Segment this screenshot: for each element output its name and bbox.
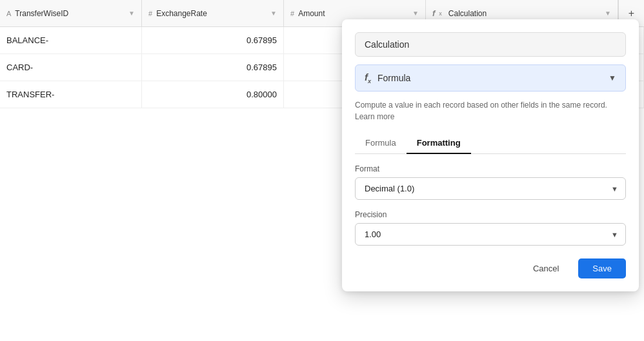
formula-type-selector[interactable]: fx Formula ▼ (355, 64, 626, 92)
cell-exchangerate-1: 0.67895 (142, 27, 284, 54)
precision-select[interactable]: 1.00 0.1 0.01 0.001 (355, 223, 626, 246)
popup-footer: Cancel Save (355, 258, 626, 278)
number-icon: # (148, 10, 152, 17)
formula-icon-header: f (432, 8, 435, 18)
precision-label: Precision (355, 210, 626, 219)
col-calculation-label: Calculation (448, 9, 487, 18)
precision-select-wrapper: 1.00 0.1 0.01 0.001 ▼ (355, 223, 626, 246)
sort-arrow-transferwise: ▼ (128, 10, 135, 17)
col-exchangerate-label: ExchangeRate (156, 9, 207, 18)
tabs-bar: Formula Formatting (355, 133, 626, 154)
tab-formatting[interactable]: Formatting (407, 133, 471, 154)
format-section: Format Decimal (1.0) Integer (1) Percent… (355, 164, 626, 200)
col-header-exchangerate[interactable]: # ExchangeRate ▼ (142, 0, 284, 26)
cell-exchangerate-2: 0.67895 (142, 54, 284, 81)
chevron-down-icon: ▼ (609, 73, 616, 83)
cell-transferwise-1: BALANCE- (0, 27, 142, 54)
sort-arrow-amount: ▼ (412, 10, 419, 17)
col-amount-label: Amount (298, 9, 325, 18)
cell-transferwise-2: CARD- (0, 54, 142, 81)
col-header-transferwise[interactable]: A TransferWiseID ▼ (0, 0, 142, 26)
formula-fx-icon: fx (365, 72, 371, 84)
field-settings-popup: fx Formula ▼ Compute a value in each rec… (342, 19, 639, 291)
number-icon-2: # (290, 10, 294, 17)
format-label: Format (355, 164, 626, 173)
cell-transferwise-3: TRANSFER- (0, 81, 142, 108)
formula-type-label: Formula (377, 73, 609, 83)
formula-description: Compute a value in each record based on … (355, 99, 626, 122)
sort-arrow-exchangerate: ▼ (270, 10, 277, 17)
field-name-input[interactable] (355, 32, 626, 57)
sort-arrow-calculation: ▼ (605, 10, 611, 17)
text-icon: A (6, 10, 11, 17)
col-transferwise-label: TransferWiseID (15, 9, 68, 18)
cell-exchangerate-3: 0.80000 (142, 81, 284, 108)
cancel-button[interactable]: Cancel (521, 258, 570, 278)
save-button[interactable]: Save (578, 258, 626, 278)
format-select[interactable]: Decimal (1.0) Integer (1) Percent (1%) C… (355, 177, 626, 200)
precision-section: Precision 1.00 0.1 0.01 0.001 ▼ (355, 210, 626, 246)
format-select-wrapper: Decimal (1.0) Integer (1) Percent (1%) C… (355, 177, 626, 200)
tab-formula[interactable]: Formula (355, 133, 407, 154)
